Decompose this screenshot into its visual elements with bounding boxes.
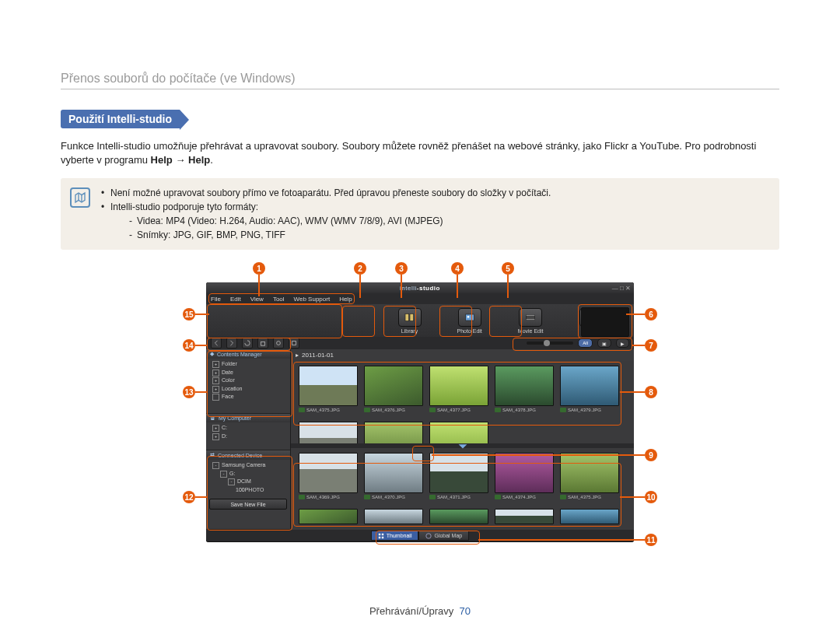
callout-line bbox=[195, 496, 208, 498]
help-menu-1: Help bbox=[151, 154, 173, 166]
note-sublist: Videa: MP4 (Video: H.264, Audio: AAC), W… bbox=[110, 214, 551, 242]
thumb[interactable]: SAM_4371.JPG bbox=[429, 453, 487, 499]
callout-3: 3 bbox=[395, 262, 408, 275]
mode-row: Library Photo Edit Movie Edit Share bbox=[206, 304, 634, 337]
menu-websupport[interactable]: Web Support bbox=[294, 296, 331, 303]
callout-5: 5 bbox=[502, 262, 514, 275]
svg-rect-5 bbox=[527, 315, 535, 316]
mode-library[interactable]: Library bbox=[398, 308, 422, 334]
toolbar-right: All ▣ ▶ bbox=[527, 338, 629, 348]
thumb[interactable] bbox=[429, 422, 487, 443]
tree-item[interactable]: -Samsung Camera bbox=[209, 461, 287, 470]
tree-item[interactable]: -DCIM bbox=[209, 478, 287, 486]
tree-item[interactable]: +Folder bbox=[209, 360, 287, 369]
thumb[interactable] bbox=[495, 509, 552, 524]
menu-edit[interactable]: Edit bbox=[230, 296, 241, 303]
thumb-name: SAM_4371.JPG bbox=[429, 493, 487, 499]
tree-label: C: bbox=[222, 425, 227, 430]
tree-label: Samsung Camera bbox=[222, 462, 265, 468]
thumb[interactable] bbox=[299, 509, 356, 524]
save-new-file-button[interactable]: Save New File bbox=[209, 499, 287, 510]
callout-13: 13 bbox=[183, 386, 195, 398]
tree-item[interactable]: 100PHOTO bbox=[209, 486, 287, 495]
thumbnail-view-button[interactable]: Thumbnail bbox=[371, 531, 419, 541]
global-map-button[interactable]: Global Map bbox=[418, 531, 469, 541]
thumb[interactable]: SAM_4379.JPG bbox=[560, 366, 618, 412]
figure: 1 2 3 4 5 6 7 8 9 10 11 15 14 13 12 bbox=[206, 265, 634, 552]
page-header: Přenos souborů do počítače (ve Windows) bbox=[61, 72, 779, 89]
nav-back-icon[interactable] bbox=[211, 338, 222, 349]
thumb[interactable]: SAM_4374.JPG bbox=[495, 453, 552, 499]
note-bullet-1: Intelli-studio podporuje tyto formáty: V… bbox=[101, 200, 551, 242]
menu-help[interactable]: Help bbox=[339, 296, 352, 303]
svg-rect-2 bbox=[465, 314, 474, 321]
filter-all[interactable]: All bbox=[578, 338, 593, 348]
thumb[interactable] bbox=[299, 422, 356, 443]
tree-item[interactable]: Face bbox=[209, 393, 287, 401]
note-box: Není možné upravovat soubory přímo ve fo… bbox=[61, 178, 779, 250]
tree-item[interactable]: +C: bbox=[209, 424, 287, 433]
callout-9: 9 bbox=[645, 449, 657, 461]
thumb[interactable]: SAM_4375.JPG bbox=[299, 366, 356, 412]
callout-12: 12 bbox=[183, 491, 195, 503]
callout-line bbox=[195, 345, 208, 346]
filter-video-icon[interactable]: ▶ bbox=[616, 338, 629, 348]
tree-item[interactable]: +Date bbox=[209, 369, 287, 377]
thumb[interactable] bbox=[364, 422, 422, 443]
menu-file[interactable]: File bbox=[211, 296, 221, 303]
grid-row: SAM_4375.JPG SAM_4376.JPG SAM_4377.JPG S… bbox=[291, 361, 634, 417]
callout-line bbox=[195, 313, 209, 315]
note-icon bbox=[70, 187, 90, 208]
rotate-icon[interactable] bbox=[242, 338, 253, 349]
nav-fwd-icon[interactable] bbox=[226, 338, 237, 349]
tree-item[interactable]: +Color bbox=[209, 377, 287, 385]
thumb[interactable]: SAM_4378.JPG bbox=[495, 366, 552, 412]
menu-view[interactable]: View bbox=[250, 296, 264, 303]
button-label: Global Map bbox=[434, 533, 462, 538]
thumb[interactable]: SAM_4370.JPG bbox=[364, 453, 422, 499]
mode-movie-edit[interactable]: Movie Edit bbox=[518, 308, 544, 334]
thumb[interactable]: SAM_4377.JPG bbox=[429, 366, 487, 412]
trash-icon[interactable] bbox=[257, 338, 268, 349]
thumb-name: SAM_4369.JPG bbox=[299, 493, 356, 499]
menu-tool[interactable]: Tool bbox=[273, 296, 285, 303]
callout-7: 7 bbox=[645, 339, 657, 352]
tool-icon[interactable] bbox=[289, 338, 299, 349]
callout-10: 10 bbox=[645, 491, 657, 503]
thumb[interactable] bbox=[560, 509, 618, 524]
svg-rect-12 bbox=[379, 534, 380, 535]
thumb-name: SAM_4375.JPG bbox=[560, 493, 618, 499]
tool-icon[interactable] bbox=[273, 338, 284, 349]
titlebar: intelli-studio — □ ✕ bbox=[206, 282, 634, 293]
panel-title: My Computer bbox=[219, 415, 251, 421]
tree-item[interactable]: -G: bbox=[209, 470, 287, 478]
svg-point-3 bbox=[467, 316, 469, 318]
thumb[interactable] bbox=[429, 509, 487, 524]
tree-item[interactable]: +D: bbox=[209, 433, 287, 441]
thumb[interactable]: SAM_4369.JPG bbox=[299, 453, 356, 499]
svg-rect-15 bbox=[382, 537, 383, 538]
window-controls[interactable]: — □ ✕ bbox=[612, 285, 631, 292]
callout-8: 8 bbox=[645, 386, 657, 398]
mode-photo-edit[interactable]: Photo Edit bbox=[457, 308, 482, 334]
footer-label: Přehrávání/Úpravy bbox=[369, 605, 453, 617]
mode-label: Movie Edit bbox=[518, 328, 544, 334]
note-sub-0: Videa: MP4 (Video: H.264, Audio: AAC), W… bbox=[129, 214, 551, 228]
preview-player[interactable] bbox=[581, 307, 629, 337]
thumb[interactable]: SAM_4375.JPG bbox=[560, 453, 618, 499]
callout-line bbox=[195, 391, 208, 393]
brand-right: -studio bbox=[417, 285, 440, 292]
footer-page-number: 70 bbox=[460, 605, 471, 617]
zoom-slider[interactable] bbox=[527, 342, 573, 345]
content-area: ▸ 2011-01-01 SAM_4375.JPG SAM_4376.JPG S… bbox=[291, 349, 634, 530]
thumb[interactable] bbox=[364, 509, 422, 524]
filter-photo-icon[interactable]: ▣ bbox=[597, 338, 611, 348]
panel-header: ◆ Contents Manager bbox=[206, 349, 290, 359]
tree-item[interactable]: +Location bbox=[209, 385, 287, 394]
library-icon bbox=[398, 308, 422, 327]
thumb-name: SAM_4379.JPG bbox=[560, 406, 618, 412]
thumb[interactable]: SAM_4376.JPG bbox=[364, 366, 422, 412]
note-sub-1: Snímky: JPG, GIF, BMP, PNG, TIFF bbox=[129, 228, 551, 242]
tree-label: 100PHOTO bbox=[236, 487, 264, 492]
svg-rect-14 bbox=[379, 537, 380, 538]
